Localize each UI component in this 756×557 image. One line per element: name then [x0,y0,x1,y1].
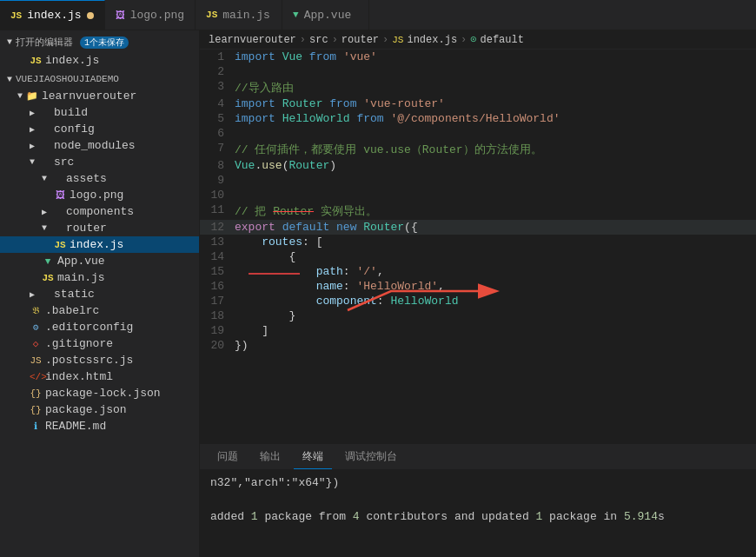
line-number: 5 [200,111,235,126]
line-number: 16 [200,279,235,294]
png-icon: 🖼 [54,189,66,201]
chevron-down-icon [7,75,12,84]
tab-main-js[interactable]: JS main.js [196,0,282,30]
vue-icon: ▼ [293,10,299,20]
tree-item-babelrc[interactable]: 𝔅 .babelrc [0,302,199,319]
open-editor-index-js[interactable]: JS index.js [0,52,199,69]
tree-item-src[interactable]: src [0,154,199,170]
line-number: 18 [200,308,235,323]
code-line-8: 8 Vue.use(Router) [200,158,756,173]
line-number: 13 [200,235,235,249]
line-content [235,173,756,188]
chevron-down-icon [42,223,47,233]
panel-tab-problems[interactable]: 问题 [209,445,247,469]
line-content: { [235,249,756,264]
breadcrumb-sep: › [332,34,338,46]
code-line-15: 15 path: '/', [200,264,756,279]
file-label: logo.png [70,189,123,202]
panel-tab-label: 调试控制台 [345,449,397,464]
png-icon: 🖼 [116,10,125,21]
tree-item-build[interactable]: build [0,104,199,121]
terminal-line-1: n32","arch":"x64"}) [210,474,746,492]
line-content: // 任何插件，都要使用 vue.use（Router）的方法使用。 [235,141,756,158]
breadcrumb-part: default [481,34,524,46]
code-line-17: 17 component: HelloWorld [200,294,756,308]
tree-item-postcssrc[interactable]: JS .postcssrc.js [0,352,199,368]
code-line-9: 9 [200,173,756,188]
line-number: 19 [200,323,235,338]
panel-tab-output[interactable]: 输出 [251,445,289,469]
tree-item-components[interactable]: components [0,203,199,220]
open-editors-label: 打开的编辑器 [16,36,73,49]
terminal-line-3: added 1 package from 4 contributors and … [210,508,746,526]
line-number: 12 [200,220,235,235]
terminal-content[interactable]: n32","arch":"x64"}) added 1 package from… [200,469,756,557]
js-icon: JS [30,56,42,66]
tree-item-node-modules[interactable]: node_modules [0,137,199,154]
folder-icon: 📁 [26,90,38,102]
file-label: .gitignore [45,337,113,350]
tab-index-js[interactable]: JS index.js [0,0,105,30]
line-content: component: HelloWorld [235,294,756,308]
line-number: 11 [200,202,235,220]
chevron-down-icon [30,157,35,167]
code-editor[interactable]: 1 import Vue from 'vue' 2 3 //导入路由 4 imp… [200,50,756,444]
content-area: learnvuerouter › src › router › JS index… [200,30,756,557]
panel-tab-terminal[interactable]: 终端 [294,445,332,469]
folder-label: learnvuerouter [42,90,136,103]
tree-item-package-json[interactable]: {} package.json [0,401,199,418]
chevron-right-icon [30,108,35,118]
html-icon: </> [30,372,42,382]
line-content: import Vue from 'vue' [235,50,756,64]
line-number: 3 [200,79,235,96]
line-content: name: 'HelloWorld', [235,279,756,294]
panel-tab-label: 问题 [217,449,238,464]
tree-item-index-html[interactable]: </> index.html [0,368,199,385]
code-line-7: 7 // 任何插件，都要使用 vue.use（Router）的方法使用。 [200,141,756,158]
line-number: 2 [200,64,235,79]
folder-label: config [54,123,95,136]
terminal-text: added 1 package from 4 contributors and … [210,510,665,523]
open-editors-title[interactable]: 打开的编辑器 1个未保存 [0,32,199,52]
panel-tab-label: 输出 [260,449,281,464]
tree-item-app-vue[interactable]: ▼ App.vue [0,253,199,269]
chevron-right-icon [30,124,35,135]
tree-item-readme[interactable]: ℹ README.md [0,418,199,434]
bottom-panel: 问题 输出 终端 调试控制台 n32","arch":"x64"}) a [200,444,756,557]
code-line-16: 16 name: 'HelloWorld', [200,279,756,294]
line-number: 6 [200,126,235,141]
code-line-10: 10 [200,188,756,202]
code-line-4: 4 import Router from 'vue-router' [200,96,756,111]
js-icon: JS [10,10,22,21]
breadcrumb: learnvuerouter › src › router › JS index… [200,30,756,50]
sidebar: 打开的编辑器 1个未保存 JS index.js VUEJIAOSHOUJIAD… [0,30,200,557]
line-content: path: '/', [235,264,756,279]
line-number: 17 [200,294,235,308]
breadcrumb-sep: › [461,34,467,46]
tree-item-main-js[interactable]: JS main.js [0,269,199,286]
line-number: 4 [200,96,235,111]
tree-item-package-lock[interactable]: {} package-lock.json [0,385,199,401]
tree-item-editorconfig[interactable]: ⚙ .editorconfig [0,319,199,335]
chevron-right-icon [42,207,47,217]
tree-item-index-js[interactable]: JS index.js [0,236,199,253]
panel-tab-debug-console[interactable]: 调试控制台 [336,445,406,469]
tab-app-vue[interactable]: ▼ App.vue [282,0,369,30]
tree-item-logo-png[interactable]: 🖼 logo.png [0,187,199,203]
folder-label: router [66,222,107,235]
tree-item-router[interactable]: router [0,220,199,236]
tree-item-gitignore[interactable]: ◇ .gitignore [0,335,199,352]
code-line-11: 11 // 把 Router 实例导出。 [200,202,756,220]
tree-item-assets[interactable]: assets [0,170,199,187]
json-icon: {} [30,405,42,415]
js-icon: JS [30,355,42,366]
breadcrumb-sep: › [300,34,306,46]
code-line-3: 3 //导入路由 [200,79,756,96]
tab-logo-png[interactable]: 🖼 logo.png [105,0,196,30]
tree-item-learnvuerouter[interactable]: 📁 learnvuerouter [0,88,199,104]
tree-item-config[interactable]: config [0,121,199,137]
tree-item-static[interactable]: static [0,286,199,302]
chevron-down-icon [42,174,47,183]
explorer-title[interactable]: VUEJIAOSHOUJIADEMO [0,70,199,88]
code-line-1: 1 import Vue from 'vue' [200,50,756,64]
